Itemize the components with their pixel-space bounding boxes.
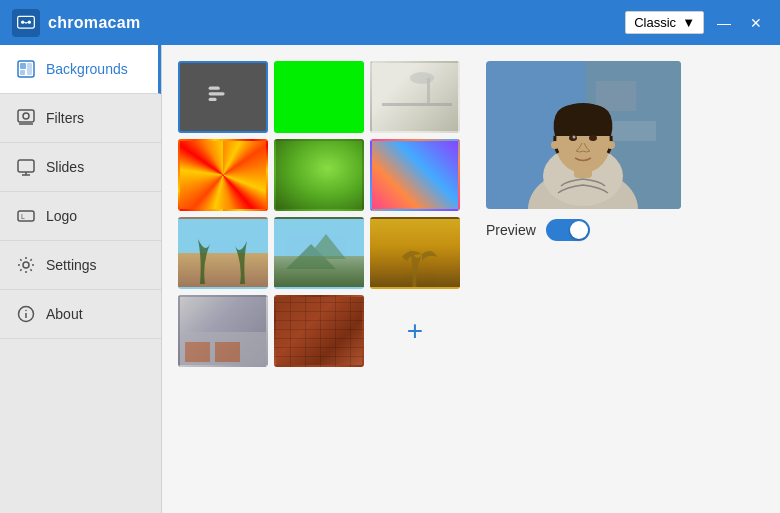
svg-point-15 <box>23 262 29 268</box>
grid-cell-office[interactable] <box>370 61 460 133</box>
content-area: + <box>162 45 780 513</box>
preview-image <box>486 61 681 209</box>
svg-rect-22 <box>209 98 217 101</box>
sidebar-item-slides[interactable]: Slides <box>0 143 161 192</box>
svg-rect-20 <box>209 87 220 90</box>
settings-icon <box>16 255 36 275</box>
chevron-down-icon: ▼ <box>682 15 695 30</box>
sidebar: Backgrounds Filters Slides <box>0 45 162 513</box>
svg-rect-10 <box>18 160 34 172</box>
grid-cell-brick[interactable] <box>274 295 364 367</box>
svg-point-42 <box>589 135 597 141</box>
svg-point-1 <box>21 20 24 23</box>
grid-cell-colorful[interactable] <box>370 139 460 211</box>
close-button[interactable]: ✕ <box>744 11 768 35</box>
app-logo-icon <box>12 9 40 37</box>
sidebar-label-about: About <box>46 306 83 322</box>
app-title: chromacam <box>48 14 141 32</box>
sidebar-item-about[interactable]: About <box>0 290 161 339</box>
minimize-button[interactable]: — <box>712 11 736 35</box>
svg-rect-6 <box>27 63 32 75</box>
sidebar-item-logo[interactable]: L Logo <box>0 192 161 241</box>
grid-cell-sunburst[interactable] <box>178 139 268 211</box>
svg-point-44 <box>551 141 559 149</box>
grid-cell-golden-palm[interactable] <box>370 217 460 289</box>
sidebar-item-filters[interactable]: Filters <box>0 94 161 143</box>
sidebar-label-logo: Logo <box>46 208 77 224</box>
svg-point-8 <box>23 113 29 119</box>
svg-rect-21 <box>209 92 225 95</box>
svg-point-45 <box>607 141 615 149</box>
main-layout: Backgrounds Filters Slides <box>0 45 780 513</box>
svg-point-26 <box>410 72 434 84</box>
svg-point-2 <box>28 20 31 23</box>
sidebar-item-settings[interactable]: Settings <box>0 241 161 290</box>
title-bar-left: chromacam <box>12 9 141 37</box>
toggle-knob <box>570 221 588 239</box>
sidebar-label-backgrounds: Backgrounds <box>46 61 128 77</box>
sidebar-item-backgrounds[interactable]: Backgrounds <box>0 45 161 94</box>
svg-rect-35 <box>606 121 656 141</box>
svg-rect-30 <box>185 342 210 362</box>
grid-cell-green[interactable] <box>274 61 364 133</box>
grid-cell-palm-beach[interactable] <box>178 217 268 289</box>
svg-rect-34 <box>596 81 636 111</box>
background-grid: + <box>178 61 460 497</box>
grid-cell-nature-green[interactable] <box>274 139 364 211</box>
sidebar-label-filters: Filters <box>46 110 84 126</box>
slides-icon <box>16 157 36 177</box>
classic-dropdown[interactable]: Classic ▼ <box>625 11 704 34</box>
svg-rect-31 <box>215 342 240 362</box>
svg-marker-23 <box>211 109 219 115</box>
filters-icon <box>16 108 36 128</box>
svg-rect-7 <box>18 110 34 122</box>
about-icon <box>16 304 36 324</box>
grid-cell-mountain[interactable] <box>274 217 364 289</box>
svg-text:L: L <box>21 213 25 220</box>
svg-rect-5 <box>20 70 25 75</box>
add-background-button[interactable]: + <box>370 295 460 367</box>
svg-point-43 <box>573 136 576 139</box>
logo-icon: L <box>16 206 36 226</box>
preview-panel: Preview <box>486 61 681 497</box>
title-bar: chromacam Classic ▼ — ✕ <box>0 0 780 45</box>
backgrounds-icon <box>16 59 36 79</box>
preview-toggle[interactable] <box>546 219 590 241</box>
svg-point-18 <box>25 310 27 312</box>
svg-rect-0 <box>18 16 35 28</box>
svg-rect-24 <box>382 103 452 106</box>
preview-label: Preview <box>486 222 536 238</box>
sidebar-label-slides: Slides <box>46 159 84 175</box>
preview-row: Preview <box>486 219 681 241</box>
title-bar-right: Classic ▼ — ✕ <box>625 11 768 35</box>
svg-rect-4 <box>20 63 26 69</box>
grid-cell-modern-interior[interactable] <box>178 295 268 367</box>
grid-cell-logo[interactable] <box>178 61 268 133</box>
dropdown-value: Classic <box>634 15 676 30</box>
sidebar-label-settings: Settings <box>46 257 97 273</box>
